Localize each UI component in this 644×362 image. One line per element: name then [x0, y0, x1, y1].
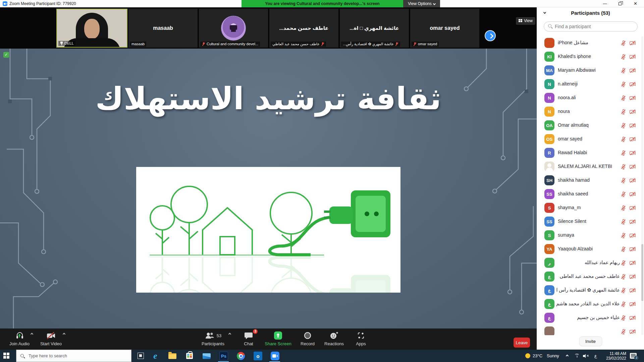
mic-off-icon[interactable]: [621, 95, 626, 101]
participant-row[interactable]: iPhone مشاعل: [537, 36, 644, 50]
video-off-icon[interactable]: [629, 164, 636, 170]
photoshop-icon[interactable]: Ps: [219, 351, 228, 361]
file-explorer-icon[interactable]: [168, 351, 177, 361]
video-off-icon[interactable]: [629, 81, 636, 87]
video-thumb-atef[interactable]: عاطف حسن محمد... عاطف حسن محمد عبد العاط…: [269, 9, 338, 48]
video-thumb-dell[interactable]: DELL: [56, 9, 127, 48]
mic-off-icon[interactable]: [621, 81, 626, 87]
minimize-button[interactable]: [598, 0, 612, 7]
mic-off-icon[interactable]: [621, 191, 626, 197]
video-off-icon[interactable]: [629, 233, 636, 238]
mic-off-icon[interactable]: [621, 246, 626, 252]
join-audio-button[interactable]: Join Audio: [5, 330, 34, 348]
outlook-icon[interactable]: o: [253, 351, 263, 361]
participant-row[interactable]: ع عاطف حسن محمد عبد العاطى: [537, 270, 644, 284]
video-thumb-omar[interactable]: omar sayed omar sayed: [410, 9, 479, 48]
mic-off-icon[interactable]: [621, 150, 626, 156]
mic-off-icon[interactable]: [621, 136, 626, 142]
microsoft-store-icon[interactable]: [185, 351, 194, 361]
leave-meeting-button[interactable]: Leave: [514, 338, 530, 348]
mic-off-icon[interactable]: [621, 288, 626, 293]
input-language-indicator[interactable]: ع: [594, 350, 597, 362]
video-off-icon[interactable]: [629, 315, 636, 321]
invite-button[interactable]: Invite: [579, 337, 602, 346]
video-off-icon[interactable]: [629, 205, 636, 211]
tray-expand-chevron[interactable]: [566, 350, 568, 362]
internet-explorer-icon[interactable]: e: [151, 351, 160, 361]
participant-row[interactable]: YA Yaaqoub Alzaabi: [537, 242, 644, 256]
mic-off-icon[interactable]: [621, 205, 626, 211]
participant-row[interactable]: N n.alteneiji: [537, 77, 644, 91]
mic-off-icon[interactable]: [621, 301, 626, 307]
view-layout-button[interactable]: View: [516, 17, 535, 25]
video-off-icon[interactable]: [629, 150, 636, 156]
video-off-icon[interactable]: [629, 40, 636, 46]
mic-off-icon[interactable]: [621, 54, 626, 60]
participant-row[interactable]: S sumaya: [537, 229, 644, 242]
mic-off-icon[interactable]: [621, 233, 626, 238]
video-off-icon[interactable]: [629, 329, 636, 335]
start-video-button[interactable]: Start Video: [36, 330, 66, 348]
video-off-icon[interactable]: [629, 191, 636, 197]
weather-temp[interactable]: 23°C: [533, 350, 542, 362]
video-off-icon[interactable]: [629, 95, 636, 101]
reactions-button[interactable]: Reactions: [322, 330, 346, 348]
mic-off-icon[interactable]: [621, 315, 626, 321]
start-button[interactable]: [3, 353, 9, 359]
weather-icon[interactable]: [525, 350, 530, 362]
mic-off-icon[interactable]: [621, 178, 626, 183]
clock[interactable]: 11:48 AM23/02/2022: [602, 350, 626, 362]
participant-row[interactable]: S shayma_m: [537, 201, 644, 215]
share-screen-button[interactable]: Share Screen: [261, 330, 295, 348]
panel-scrollbar[interactable]: [641, 36, 643, 335]
participant-row[interactable]: [537, 325, 644, 335]
weather-condition[interactable]: Sunny: [547, 350, 559, 362]
mic-off-icon[interactable]: [621, 109, 626, 115]
participant-row[interactable]: ع عائشة المهري ✿ اقتصادية رأس ا...: [537, 284, 644, 297]
video-off-icon[interactable]: [629, 123, 636, 128]
participants-button[interactable]: 53 Participants: [195, 330, 231, 348]
video-off-icon[interactable]: [629, 246, 636, 252]
video-off-icon[interactable]: [629, 178, 636, 183]
zoom-taskbar-icon[interactable]: [270, 351, 280, 361]
participant-row[interactable]: N noura: [537, 105, 644, 119]
chat-button[interactable]: 3 Chat: [239, 330, 258, 348]
mic-off-icon[interactable]: [621, 68, 626, 73]
participant-row[interactable]: SALEM ALJARI AL KETBI: [537, 160, 644, 174]
video-off-icon[interactable]: [629, 274, 636, 280]
participant-row[interactable]: R Rawad Halabi: [537, 146, 644, 160]
participant-row[interactable]: SH shaikha hamad: [537, 174, 644, 187]
participant-row[interactable]: KI Khaled's iphone: [537, 50, 644, 64]
video-thumb-masaab[interactable]: masaab masaab: [128, 9, 198, 48]
participant-row[interactable]: MA Maryam Albdwawi: [537, 64, 644, 77]
participant-row[interactable]: ع علياء خميس بن جسيم: [537, 311, 644, 325]
find-participant-input[interactable]: Find a participant: [544, 21, 638, 32]
video-thumb-cultural[interactable]: Cultural and community devel...: [199, 9, 268, 48]
participant-row[interactable]: ر ريهام عماد عبدالله: [537, 256, 644, 270]
video-off-icon[interactable]: [629, 68, 636, 73]
mail-icon[interactable]: [202, 351, 211, 361]
participant-row[interactable]: N noora.ali: [537, 91, 644, 105]
mic-off-icon[interactable]: [621, 219, 626, 225]
mic-off-icon[interactable]: [621, 123, 626, 128]
video-off-icon[interactable]: [629, 219, 636, 225]
participant-row[interactable]: OS omar sayed: [537, 132, 644, 146]
video-off-icon[interactable]: [629, 288, 636, 293]
close-button[interactable]: ✕: [629, 0, 643, 7]
mic-off-icon[interactable]: [621, 274, 626, 280]
view-options-button[interactable]: View Options: [403, 0, 440, 7]
restore-button[interactable]: [613, 0, 628, 7]
taskbar-search-input[interactable]: Type here to search: [16, 350, 131, 362]
mic-off-icon[interactable]: [621, 164, 626, 170]
wifi-icon[interactable]: [574, 350, 580, 362]
participant-row[interactable]: ع علاء الدين عبد القادر محمد هاشم: [537, 297, 644, 311]
next-page-arrow-button[interactable]: [485, 30, 496, 41]
apps-button[interactable]: Apps: [351, 330, 371, 348]
video-off-icon[interactable]: [629, 109, 636, 115]
participant-row[interactable]: SS shaikha saeed: [537, 187, 644, 201]
participant-row[interactable]: OA Omar almutlaq: [537, 119, 644, 132]
participant-row[interactable]: SS Silence Silent: [537, 215, 644, 229]
video-thumb-aisha[interactable]: عائشة المهري □ اة... عائشة المهري ✿ اقتص…: [340, 9, 409, 48]
video-off-icon[interactable]: [629, 260, 636, 266]
video-off-icon[interactable]: [629, 301, 636, 307]
